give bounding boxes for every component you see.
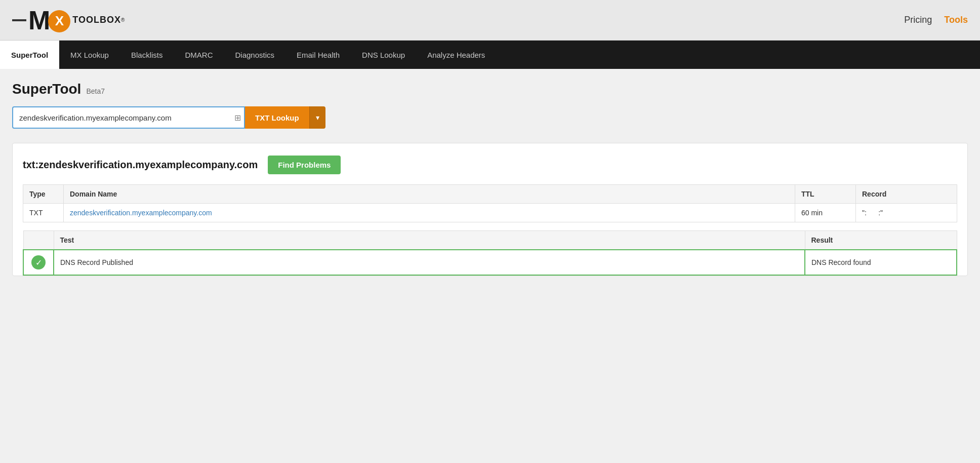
table-row: TXT zendeskverification.myexamplecompany… — [23, 204, 957, 222]
lookup-dropdown-button[interactable]: ▾ — [309, 106, 325, 129]
results-domain-label: txt:zendeskverification.myexamplecompany… — [23, 159, 258, 171]
nav-item-diagnostics[interactable]: Diagnostics — [224, 41, 285, 69]
logo-area: M X TOOLBOX® — [12, 7, 125, 33]
th-type: Type — [23, 185, 64, 204]
results-card: txt:zendeskverification.myexamplecompany… — [12, 143, 968, 276]
nav-item-blacklists[interactable]: Blacklists — [120, 41, 174, 69]
logo-toolbox-text: TOOLBOX® — [72, 15, 125, 25]
logo-m-letter: M — [28, 7, 50, 33]
cell-test-name: DNS Record Published — [54, 250, 805, 275]
cell-domain[interactable]: zendeskverification.myexamplecompany.com — [64, 204, 795, 222]
search-input-wrap: ⊞ — [12, 106, 245, 129]
tools-link[interactable]: Tools — [944, 15, 968, 25]
txt-lookup-button[interactable]: TXT Lookup — [245, 106, 309, 129]
nav-item-dns-lookup[interactable]: DNS Lookup — [351, 41, 416, 69]
dns-records-table: Type Domain Name TTL Record TXT zendeskv… — [23, 184, 957, 222]
test-results-table: Test Result ✓ DNS Record Published DNS R… — [23, 230, 957, 276]
top-nav: Pricing Tools — [904, 15, 968, 25]
page-title-area: SuperTool Beta7 — [12, 81, 968, 97]
cell-test-result: DNS Record found — [805, 250, 957, 275]
th-icon-empty — [23, 231, 54, 250]
check-circle-icon: ✓ — [31, 255, 46, 269]
logo-mx: M X — [12, 7, 72, 33]
cell-record: ": :" — [856, 204, 957, 222]
find-problems-button[interactable]: Find Problems — [268, 156, 341, 174]
logo-dash — [12, 19, 26, 21]
nav-item-dmarc[interactable]: DMARC — [174, 41, 224, 69]
th-test: Test — [54, 231, 805, 250]
logo-registered: ® — [121, 17, 125, 23]
nav-item-analyze-headers[interactable]: Analyze Headers — [416, 41, 496, 69]
test-row-dns-published: ✓ DNS Record Published DNS Record found — [23, 250, 957, 275]
th-result: Result — [805, 231, 957, 250]
main-nav: SuperTool MX Lookup Blacklists DMARC Dia… — [0, 41, 980, 69]
logo-x-letter: X — [55, 13, 64, 29]
nav-item-supertool[interactable]: SuperTool — [0, 41, 59, 69]
page-title: SuperTool — [12, 81, 81, 97]
logo-x-circle: X — [48, 10, 70, 32]
th-record: Record — [856, 185, 957, 204]
cell-check-icon: ✓ — [23, 250, 54, 275]
top-header: M X TOOLBOX® Pricing Tools — [0, 0, 980, 41]
search-input[interactable] — [12, 106, 245, 129]
logo-toolbox-label: TOOLBOX — [72, 15, 121, 25]
main-content: SuperTool Beta7 ⊞ TXT Lookup ▾ txt:zende… — [0, 69, 980, 298]
page-subtitle: Beta7 — [86, 87, 105, 95]
pricing-link[interactable]: Pricing — [904, 15, 932, 25]
nav-item-email-health[interactable]: Email Health — [285, 41, 351, 69]
search-input-icon[interactable]: ⊞ — [234, 113, 241, 123]
th-domain: Domain Name — [64, 185, 795, 204]
search-area: ⊞ TXT Lookup ▾ — [12, 106, 968, 129]
results-header: txt:zendeskverification.myexamplecompany… — [23, 156, 957, 174]
cell-ttl: 60 min — [795, 204, 856, 222]
cell-type: TXT — [23, 204, 64, 222]
nav-item-mx-lookup[interactable]: MX Lookup — [59, 41, 120, 69]
th-ttl: TTL — [795, 185, 856, 204]
